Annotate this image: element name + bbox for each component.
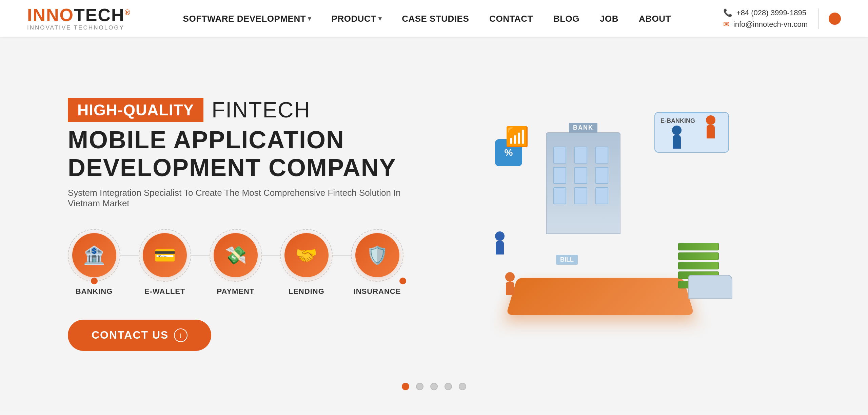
bank-label: BANK: [569, 123, 597, 133]
money-bill-3: [678, 262, 719, 269]
icon-item-lending: 🤝 LENDING: [280, 229, 333, 296]
insurance-circle-outline: 🛡️: [351, 229, 403, 282]
nav-about[interactable]: ABOUT: [629, 14, 681, 24]
connector-3: [262, 255, 280, 256]
person-1: [495, 231, 505, 254]
connector-1: [120, 255, 139, 256]
header-contact: 📞 +84 (028) 3999-1895 ✉ info@innotech-vn…: [723, 8, 841, 29]
ewallet-circle-outline: 💳: [139, 229, 191, 282]
nav-contact[interactable]: CONTACT: [479, 14, 543, 24]
window-1: [553, 147, 566, 164]
nav-job[interactable]: JOB: [590, 14, 629, 24]
person-2: [706, 115, 715, 138]
icon-item-ewallet: 💳 E-WALLET: [139, 229, 191, 296]
banking-dot: [91, 278, 98, 284]
carousel-dot-4[interactable]: [445, 383, 452, 390]
person-3: [672, 126, 682, 149]
building-windows: [547, 140, 620, 211]
hero-content: HIGH-QUALITY FINTECH MOBILE APPLICATION …: [68, 97, 424, 351]
phone-number[interactable]: +84 (028) 3999-1895: [736, 8, 806, 17]
building: BANK: [546, 132, 620, 234]
payment-icon: 💸: [225, 245, 247, 266]
logo-inno: INNO: [27, 5, 74, 25]
lending-icon-circle[interactable]: 🤝: [284, 233, 329, 277]
nav-product[interactable]: PRODUCT ▾: [321, 14, 392, 24]
connector-4: [333, 255, 351, 256]
nav-case-studies[interactable]: CASE STUDIES: [392, 14, 479, 24]
carousel-dot-5[interactable]: [459, 383, 466, 390]
hero-title-line1: HIGH-QUALITY FINTECH: [68, 97, 403, 122]
nav-software-development[interactable]: SOFTWARE DEVELOPMENT ▾: [173, 14, 321, 24]
lending-circle-outline: 🤝: [280, 229, 333, 282]
person-4: [505, 272, 515, 295]
contact-us-button[interactable]: CONTACT US ↓: [68, 320, 211, 351]
connector-2: [191, 255, 210, 256]
carousel-dot-3[interactable]: [430, 383, 438, 390]
window-7: [553, 187, 566, 204]
bill-label: BILL: [556, 255, 578, 265]
payment-circle-outline: 💸: [210, 229, 262, 282]
insurance-label: INSURANCE: [354, 287, 401, 296]
money-bill-2: [678, 252, 719, 260]
insurance-icon-circle[interactable]: 🛡️: [355, 233, 399, 277]
ebanking-card: E-BANKING: [654, 112, 729, 153]
hero-title-line2: MOBILE APPLICATION DEVELOPMENT COMPANY: [68, 126, 403, 182]
contact-info: 📞 +84 (028) 3999-1895 ✉ info@innotech-vn…: [723, 8, 808, 29]
icon-item-payment: 💸 PAYMENT: [210, 229, 262, 296]
phone-row: 📞 +84 (028) 3999-1895: [723, 8, 808, 17]
person-head-1: [495, 231, 505, 241]
language-flag[interactable]: [829, 13, 841, 25]
carousel-dot-2[interactable]: [416, 383, 423, 390]
carousel-dot-1[interactable]: [402, 383, 409, 390]
lending-label: LENDING: [289, 287, 324, 296]
banking-icon-circle[interactable]: 🏦: [72, 233, 116, 277]
window-4: [553, 167, 566, 184]
chevron-down-icon: ▾: [378, 15, 382, 22]
nav-blog[interactable]: BLOG: [543, 14, 590, 24]
window-2: [574, 147, 587, 164]
email-icon: ✉: [723, 20, 729, 29]
carousel-dots: [402, 383, 466, 390]
icon-item-insurance: 🛡️ INSURANCE: [351, 229, 403, 296]
person-body-4: [506, 282, 514, 295]
hero-section: HIGH-QUALITY FINTECH MOBILE APPLICATION …: [0, 37, 868, 411]
payment-label: PAYMENT: [217, 287, 255, 296]
banking-circle-outline: 🏦: [68, 229, 120, 282]
ewallet-icon: 💳: [154, 245, 176, 266]
header-divider: [818, 8, 818, 29]
hero-illustration: % 📶 E-BANKING BANK: [424, 88, 800, 360]
logo[interactable]: INNOTECH® INNOVATIVE TECHNOLOGY: [27, 6, 131, 31]
hero-title-fintech: FINTECH: [212, 97, 310, 122]
hero-subtitle: System Integration Specialist To Create …: [68, 188, 403, 209]
contact-us-label: CONTACT US: [92, 329, 169, 341]
banking-label: BANKING: [76, 287, 113, 296]
banking-icon: 🏦: [83, 245, 105, 266]
person-head-3: [672, 126, 682, 135]
email-address[interactable]: info@innotech-vn.com: [733, 20, 808, 29]
fintech-icons-row: 🏦 BANKING 💳 E-WALLET 💸: [68, 229, 403, 296]
insurance-icon: 🛡️: [366, 245, 388, 266]
window-8: [574, 187, 587, 204]
icon-item-banking: 🏦 BANKING: [68, 229, 120, 296]
chevron-down-icon: ▾: [308, 15, 311, 22]
hero-badge: HIGH-QUALITY: [68, 98, 203, 122]
phone-icon: 📞: [723, 8, 732, 17]
person-body-1: [496, 241, 504, 254]
phone-platform: [506, 278, 694, 315]
window-5: [574, 167, 587, 184]
payment-icon-circle[interactable]: 💸: [214, 233, 258, 277]
logo-subtitle: INNOVATIVE TECHNOLOGY: [27, 24, 124, 31]
person-head-4: [505, 272, 515, 282]
person-body-2: [707, 125, 715, 138]
header: INNOTECH® INNOVATIVE TECHNOLOGY SOFTWARE…: [0, 0, 868, 37]
person-head-2: [706, 115, 715, 125]
window-3: [595, 147, 608, 164]
window-9: [595, 187, 608, 204]
ewallet-icon-circle[interactable]: 💳: [143, 233, 187, 277]
down-arrow-icon: ↓: [174, 328, 188, 342]
illustration-main: % 📶 E-BANKING BANK: [485, 105, 739, 343]
person-body-3: [673, 135, 681, 149]
logo-tech: TECH: [74, 5, 125, 25]
insurance-dot: [399, 278, 406, 284]
truck-shape: [688, 275, 732, 299]
